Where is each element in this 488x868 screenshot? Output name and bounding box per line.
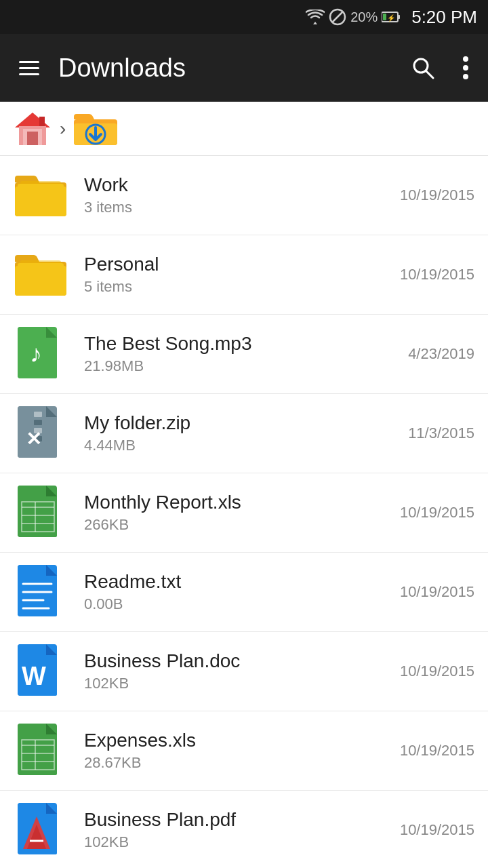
file-info: Monthly Report.xls 266KB (84, 492, 392, 534)
file-meta: 5 items (84, 278, 392, 296)
svg-text:⚡: ⚡ (387, 14, 396, 22)
xls-file-icon-2 (14, 724, 68, 778)
file-date: 10/19/2015 (400, 186, 474, 204)
more-icon (462, 56, 469, 80)
file-name: Business Plan.doc (84, 650, 392, 672)
file-date: 10/19/2015 (400, 266, 474, 283)
svg-text:W: W (22, 662, 46, 690)
breadcrumb[interactable]: › (0, 102, 488, 156)
list-item[interactable]: Readme.txt 0.00B 10/19/2015 (0, 553, 488, 632)
file-name: Business Plan.pdf (84, 809, 392, 831)
svg-rect-4 (383, 14, 386, 20)
svg-rect-55 (46, 576, 57, 616)
toolbar: Downloads (0, 34, 488, 102)
svg-point-10 (463, 74, 468, 79)
toolbar-title: Downloads (58, 54, 392, 83)
svg-rect-38 (34, 412, 42, 417)
file-name: Readme.txt (84, 571, 392, 593)
file-info: Expenses.xls 28.67KB (84, 730, 392, 772)
list-item[interactable]: W Business Plan.doc 102KB 10/19/2015 (0, 632, 488, 711)
svg-rect-32 (46, 338, 57, 378)
txt-file-icon (14, 565, 68, 619)
svg-point-8 (463, 56, 468, 62)
list-item[interactable]: Expenses.xls 28.67KB 10/19/2015 (0, 711, 488, 791)
svg-rect-3 (398, 15, 400, 19)
breadcrumb-chevron: › (60, 118, 66, 140)
battery-percent: 20% (350, 9, 378, 25)
list-item[interactable]: Monthly Report.xls 266KB 10/19/2015 (0, 473, 488, 553)
list-item[interactable]: Work 3 items 10/19/2015 (0, 156, 488, 235)
mp3-file-icon: ♪ (14, 327, 68, 381)
file-date: 10/19/2015 (400, 504, 474, 521)
svg-text:✕: ✕ (26, 429, 41, 450)
svg-rect-37 (46, 417, 57, 458)
file-name: Work (84, 174, 392, 196)
svg-marker-11 (15, 113, 50, 127)
svg-rect-63 (46, 655, 57, 696)
svg-rect-16 (23, 129, 42, 145)
menu-button[interactable] (14, 56, 45, 81)
file-date: 10/19/2015 (400, 583, 474, 601)
svg-rect-14 (39, 117, 45, 126)
file-date: 10/19/2015 (400, 742, 474, 760)
search-button[interactable] (405, 50, 441, 85)
file-meta: 28.67KB (84, 754, 392, 772)
svg-line-1 (332, 12, 343, 22)
wifi-icon (306, 9, 325, 24)
file-info: Business Plan.doc 102KB (84, 650, 392, 692)
file-list: Work 3 items 10/19/2015 Personal 5 items… (0, 156, 488, 868)
battery-icon: ⚡ (382, 9, 401, 24)
toolbar-action-icons (405, 50, 474, 85)
home-icon[interactable] (14, 110, 52, 148)
search-icon (411, 56, 435, 80)
blocked-icon (329, 8, 346, 26)
svg-rect-28 (18, 263, 64, 294)
home-svg (14, 110, 52, 148)
file-info: Business Plan.pdf 102KB (84, 809, 392, 851)
file-date: 10/19/2015 (400, 663, 474, 680)
file-date: 4/23/2019 (408, 345, 474, 363)
file-date: 11/3/2015 (408, 425, 474, 442)
file-meta: 0.00B (84, 595, 392, 613)
svg-rect-46 (46, 496, 57, 537)
file-meta: 102KB (84, 833, 392, 851)
status-icons: 20% ⚡ (306, 8, 401, 26)
file-info: Readme.txt 0.00B (84, 571, 392, 613)
more-options-button[interactable] (457, 50, 474, 85)
file-meta: 266KB (84, 516, 392, 534)
file-meta: 4.44MB (84, 437, 400, 454)
svg-line-7 (426, 71, 433, 78)
file-meta: 102KB (84, 675, 392, 692)
status-time: 5:20 PM (411, 7, 477, 28)
list-item[interactable]: Personal 5 items 10/19/2015 (0, 235, 488, 315)
svg-point-9 (463, 65, 468, 71)
file-name: Expenses.xls (84, 730, 392, 751)
list-item[interactable]: ✕ My folder.zip 4.44MB 11/3/2015 (0, 394, 488, 473)
file-meta: 3 items (84, 199, 392, 216)
svg-rect-68 (46, 734, 57, 775)
list-item[interactable]: Business Plan.pdf 102KB 10/19/2015 (0, 791, 488, 868)
status-bar: 20% ⚡ 5:20 PM (0, 0, 488, 34)
file-date: 10/19/2015 (400, 821, 474, 839)
folder-icon (14, 248, 68, 302)
downloads-folder-svg (74, 110, 117, 148)
svg-rect-39 (34, 420, 42, 425)
file-info: Personal 5 items (84, 254, 392, 296)
file-name: Personal (84, 254, 392, 275)
file-name: The Best Song.mp3 (84, 333, 400, 355)
folder-icon (14, 168, 68, 222)
list-item[interactable]: ♪ The Best Song.mp3 21.98MB 4/23/2019 (0, 315, 488, 394)
file-meta: 21.98MB (84, 357, 400, 375)
zip-file-icon: ✕ (14, 406, 68, 460)
svg-text:♪: ♪ (30, 340, 42, 368)
pdf-file-icon (14, 803, 68, 857)
file-info: The Best Song.mp3 21.98MB (84, 333, 400, 375)
file-name: Monthly Report.xls (84, 492, 392, 513)
svg-rect-24 (18, 184, 64, 215)
file-name: My folder.zip (84, 412, 400, 434)
file-info: Work 3 items (84, 174, 392, 216)
downloads-folder-icon[interactable] (74, 110, 112, 148)
file-info: My folder.zip 4.44MB (84, 412, 400, 454)
xls-file-icon (14, 486, 68, 540)
doc-file-icon: W (14, 644, 68, 698)
